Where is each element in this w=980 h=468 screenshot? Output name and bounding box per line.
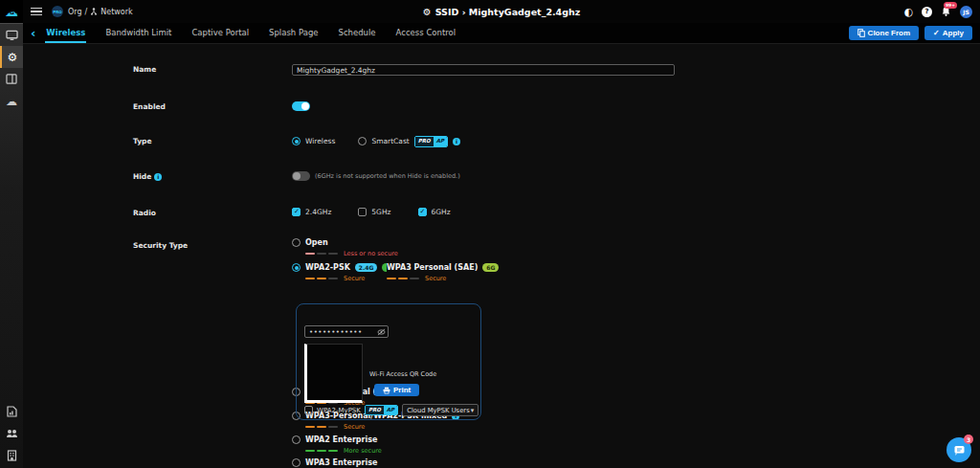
wifi-qr-code (304, 344, 363, 403)
breadcrumb-network[interactable]: Network (100, 8, 132, 16)
hide-note: (6GHz is not supported when Hide is enab… (315, 172, 460, 180)
wpa3-mixed-note: Secure (344, 423, 365, 431)
check-icon: ✓ (933, 29, 940, 37)
apply-button[interactable]: ✓ Apply (924, 26, 972, 40)
wpa2-mypsk-checkbox[interactable] (304, 406, 313, 414)
network-icon (90, 8, 98, 15)
tab-bandwidth-limit[interactable]: Bandwidth Limit (104, 23, 172, 43)
wpa2-mypsk-label: WPA2-MyPSK (317, 407, 361, 414)
enabled-toggle[interactable] (292, 101, 310, 111)
wpa2-psk-radio[interactable] (292, 263, 301, 272)
radio-6ghz-checkbox[interactable] (418, 208, 427, 216)
breadcrumb-separator: / (85, 8, 88, 16)
print-label: Print (393, 386, 411, 394)
notification-count-badge: 99+ (944, 2, 957, 9)
print-button[interactable]: Print (374, 384, 419, 396)
open-label: Open (305, 238, 328, 247)
gear-icon: ⚙ (8, 51, 18, 64)
apply-label: Apply (943, 29, 964, 37)
open-radio[interactable] (292, 238, 301, 247)
back-icon[interactable]: ‹ (31, 27, 35, 39)
pro-badge: PRO (52, 6, 63, 17)
chevron-down-icon: ▾ (471, 407, 475, 414)
tab-wireless[interactable]: Wireless (45, 23, 86, 43)
type-smartcast-label: SmartCast (371, 137, 409, 145)
theme-contrast-icon[interactable]: ◐ (903, 6, 913, 18)
security-option-wpa3-enterprise: WPA3 Enterprise (292, 458, 377, 467)
hamburger-menu-icon[interactable] (31, 8, 42, 16)
settings-form: Name Enabled Type Wireless SmartCast PRO… (23, 44, 980, 468)
sidebar-item-cloud[interactable]: ☁ (0, 90, 23, 112)
type-wireless-radio[interactable] (292, 137, 301, 145)
avatar[interactable]: JS (960, 6, 972, 18)
cloud-icon: ☁ (6, 95, 17, 108)
sidebar-item-organization[interactable] (0, 444, 23, 466)
brand-logo[interactable]: ☁ G (0, 0, 23, 24)
title-gear-icon: ⚙ (423, 7, 432, 17)
open-note: Less or no secure (344, 250, 398, 257)
type-smartcast-radio[interactable] (358, 137, 367, 145)
wpa2-enterprise-radio[interactable] (292, 435, 301, 444)
wifi-password-input[interactable] (304, 325, 389, 338)
radio-24ghz-label: 2.4GHz (305, 208, 331, 216)
ssid-name-input[interactable] (292, 64, 675, 76)
sidebar-item-monitor[interactable] (0, 24, 23, 46)
tab-access-control[interactable]: Access Control (395, 23, 457, 43)
chat-badge: 3 (964, 435, 973, 444)
radio-5ghz-checkbox[interactable] (358, 208, 367, 216)
mypsk-pro-part: PRO (366, 406, 384, 415)
header-actions: ◐ ? 99+ JS (903, 6, 972, 18)
clone-from-button[interactable]: Clone From (849, 26, 919, 40)
hide-info-icon[interactable]: i (154, 173, 162, 181)
logo-letter: G (10, 9, 14, 15)
mypsk-row: WPA2-MyPSK PRO AP Cloud MyPSK Users ▾ (304, 404, 479, 416)
wpa2-psk-note: Secure (344, 275, 365, 282)
help-icon[interactable]: ? (922, 7, 932, 17)
hide-toggle[interactable] (292, 171, 310, 181)
wpa2-psk-security-meter (305, 278, 338, 280)
type-wireless-label: Wireless (305, 137, 335, 145)
tab-schedule[interactable]: Schedule (338, 23, 377, 43)
pro-ap-badge: PRO AP (414, 136, 448, 147)
select-value: Cloud MyPSK Users (407, 407, 470, 414)
radio-24ghz-checkbox[interactable] (292, 208, 301, 216)
wpa3-enterprise-radio[interactable] (292, 458, 301, 467)
breadcrumb-org[interactable]: Org (68, 8, 82, 16)
tab-captive-portal[interactable]: Captive Portal (190, 23, 250, 43)
enabled-label: Enabled (133, 102, 166, 111)
monitor-icon (6, 30, 18, 41)
radio-label: Radio (133, 209, 156, 217)
clone-icon (858, 29, 865, 37)
wpa2-psk-label: WPA2-PSK (305, 263, 350, 272)
breadcrumb[interactable]: Org / Network (68, 8, 133, 16)
type-label: Type (133, 137, 152, 145)
sidebar-item-configure[interactable]: ⚙ (0, 46, 23, 68)
sidebar-item-panels[interactable] (0, 68, 23, 90)
cloud-mypsk-users-select[interactable]: Cloud MyPSK Users ▾ (402, 404, 479, 416)
mypsk-ap-part: AP (384, 406, 397, 415)
wpa3-sae-paired-label: WPA3 Personal (SAE) (387, 263, 478, 272)
sidebar-item-reports[interactable] (0, 400, 23, 422)
name-label: Name (133, 65, 156, 74)
chat-icon (953, 444, 966, 457)
wpa2-enterprise-note: More secure (344, 447, 382, 455)
hide-label: Hide (133, 172, 151, 181)
wpa3-mixed-meter (305, 426, 338, 429)
people-icon (6, 429, 18, 438)
chat-widget-button[interactable]: 3 (947, 437, 971, 462)
security-type-label: Security Type (133, 241, 188, 250)
smartcast-info-icon[interactable]: i (453, 138, 460, 145)
badge-24g: 2.4G (355, 263, 378, 272)
security-option-wpa3-sae-paired: WPA3 Personal (SAE) 6G Secure (387, 261, 502, 282)
toolbar: Clone From ✓ Apply (849, 26, 972, 40)
mypsk-pro-ap-badge: PRO AP (365, 405, 398, 416)
sidebar-item-team[interactable] (0, 422, 23, 444)
wpa3-sae-paired-note: Secure (425, 275, 446, 282)
wpa3-enterprise-label: WPA3 Enterprise (305, 458, 377, 467)
wpa3-sae-paired-meter (387, 278, 419, 280)
notifications-button[interactable]: 99+ (941, 6, 951, 17)
ap-badge-part: AP (434, 137, 447, 146)
sidebar: ☁ G ⚙ ☁ (0, 0, 23, 468)
show-password-icon[interactable] (377, 328, 386, 336)
tab-splash-page[interactable]: Splash Page (268, 23, 319, 43)
